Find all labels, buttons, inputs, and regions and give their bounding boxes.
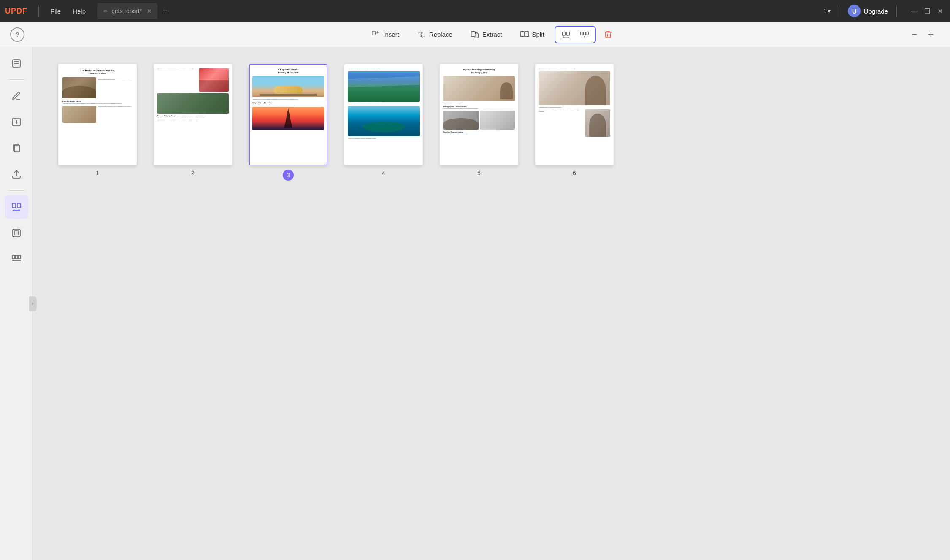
- page-4-number: 4: [382, 170, 385, 176]
- svg-rect-0: [372, 31, 375, 35]
- insert-button[interactable]: Insert: [363, 27, 407, 42]
- organize-button-2[interactable]: [576, 28, 593, 41]
- svg-rect-4: [520, 31, 524, 36]
- svg-rect-12: [581, 32, 583, 35]
- help-icon: ?: [15, 31, 19, 38]
- sidebar-item-batch[interactable]: [5, 247, 28, 271]
- window-controls: — ❐ ✕: [909, 6, 945, 16]
- sidebar-item-export[interactable]: [5, 162, 28, 186]
- sidebar-item-compress[interactable]: [5, 221, 28, 245]
- main-layout: › The Health and Mood-BoostingBenefits o…: [0, 47, 950, 560]
- sidebar-divider-1: [9, 79, 24, 80]
- user-avatar: U: [848, 5, 861, 17]
- page-2-thumb[interactable]: Lorem ipsum dolor sit amet consectetur a…: [154, 64, 232, 165]
- page-1-wrapper: The Health and Mood-BoostingBenefits of …: [58, 64, 137, 176]
- page-6-number: 6: [573, 170, 576, 176]
- tab-edit-icon: ✏: [103, 8, 108, 14]
- replace-label: Replace: [429, 31, 452, 38]
- replace-button[interactable]: Replace: [409, 27, 460, 42]
- batch-icon: [11, 254, 22, 264]
- page-6-thumb[interactable]: Lorem ipsum dolor sit amet consectetur a…: [535, 64, 614, 165]
- maximize-button[interactable]: ❐: [922, 6, 932, 16]
- delete-button[interactable]: [598, 27, 618, 42]
- titlebar-right: 1 ▾ U Upgrade — ❐ ✕: [823, 5, 945, 17]
- organize-icon-1: [561, 30, 571, 39]
- svg-rect-28: [12, 203, 16, 208]
- replace-icon: [417, 30, 426, 39]
- add-tab-button[interactable]: +: [159, 5, 171, 17]
- svg-rect-26: [14, 145, 19, 152]
- page-1-number: 1: [96, 170, 99, 176]
- svg-rect-43: [284, 127, 292, 128]
- tab-pets-report[interactable]: ✏ pets report* ✕: [97, 3, 157, 19]
- pages-content: The Health and Mood-BoostingBenefits of …: [33, 47, 950, 560]
- organize-icon-2: [580, 30, 589, 39]
- zoom-controls: − +: [909, 28, 936, 41]
- tab-area: ✏ pets report* ✕ +: [97, 3, 820, 19]
- sidebar-divider-2: [9, 190, 24, 191]
- svg-rect-14: [586, 32, 588, 35]
- titlebar-divider: [38, 5, 39, 17]
- sidebar: ›: [0, 47, 33, 560]
- page-3-badge: 3: [283, 170, 294, 181]
- edit-text-icon: [11, 117, 22, 127]
- extract-icon: [470, 30, 479, 39]
- zoom-out-button[interactable]: −: [909, 28, 920, 41]
- organize-button-1[interactable]: [558, 28, 574, 41]
- help-button[interactable]: ?: [10, 27, 24, 42]
- upgrade-button[interactable]: U Upgrade: [848, 5, 888, 17]
- sidebar-item-reader[interactable]: [5, 51, 28, 75]
- sidebar-expand-handle[interactable]: ›: [29, 296, 37, 311]
- page-3-number: 3: [287, 172, 290, 179]
- reader-icon: [11, 58, 22, 68]
- page-1-thumb[interactable]: The Health and Mood-BoostingBenefits of …: [58, 64, 137, 165]
- win-controls-divider: [896, 5, 897, 17]
- page-4-wrapper: Lorem ipsum dolor sit amet consectetur a…: [344, 64, 423, 176]
- menu-file[interactable]: File: [46, 6, 65, 16]
- svg-rect-34: [14, 231, 19, 235]
- page-5-thumb[interactable]: Improve Working Productivityin Using App…: [440, 64, 518, 165]
- svg-rect-36: [15, 255, 18, 259]
- page-indicator[interactable]: 1 ▾: [823, 8, 831, 14]
- zoom-in-button[interactable]: +: [925, 28, 936, 41]
- menu-help[interactable]: Help: [68, 6, 90, 16]
- svg-rect-13: [583, 32, 586, 35]
- sidebar-item-edit-text[interactable]: [5, 110, 28, 134]
- page-3-thumb[interactable]: A Key Phase in theHistory of Tourism Lor…: [249, 64, 327, 165]
- svg-rect-35: [12, 255, 15, 259]
- close-button[interactable]: ✕: [935, 6, 945, 16]
- delete-icon: [604, 30, 613, 39]
- tab-label: pets report*: [111, 8, 142, 14]
- insert-label: Insert: [383, 31, 399, 38]
- sidebar-item-annotate[interactable]: [5, 84, 28, 108]
- upgrade-label: Upgrade: [863, 8, 888, 15]
- svg-marker-40: [287, 108, 290, 117]
- page-3-wrapper: A Key Phase in theHistory of Tourism Lor…: [249, 64, 327, 181]
- insert-icon: [371, 30, 380, 39]
- extract-label: Extract: [482, 31, 502, 38]
- split-button[interactable]: Split: [512, 27, 552, 42]
- page-number: 1: [823, 8, 827, 14]
- page-5-wrapper: Improve Working Productivityin Using App…: [440, 64, 518, 176]
- svg-marker-41: [285, 117, 291, 123]
- svg-rect-8: [567, 32, 569, 35]
- pages-icon: [11, 143, 22, 153]
- toolbar: ? Insert Replace: [0, 22, 950, 47]
- svg-rect-7: [562, 32, 565, 35]
- page-4-thumb[interactable]: Lorem ipsum dolor sit amet consectetur a…: [344, 64, 423, 165]
- tab-close-btn[interactable]: ✕: [147, 8, 152, 14]
- svg-marker-42: [284, 123, 292, 127]
- split-icon: [520, 30, 529, 39]
- minimize-button[interactable]: —: [909, 6, 920, 16]
- page-5-number: 5: [477, 170, 481, 176]
- annotate-icon: [11, 91, 22, 101]
- extract-button[interactable]: Extract: [463, 27, 510, 42]
- svg-rect-5: [525, 31, 528, 36]
- svg-rect-37: [18, 255, 21, 259]
- sidebar-item-organize[interactable]: [5, 195, 28, 219]
- sidebar-item-pages[interactable]: [5, 136, 28, 160]
- page-6-wrapper: Lorem ipsum dolor sit amet consectetur a…: [535, 64, 614, 176]
- titlebar-right-divider: [839, 5, 839, 17]
- compress-icon: [11, 228, 22, 238]
- svg-rect-33: [13, 229, 20, 237]
